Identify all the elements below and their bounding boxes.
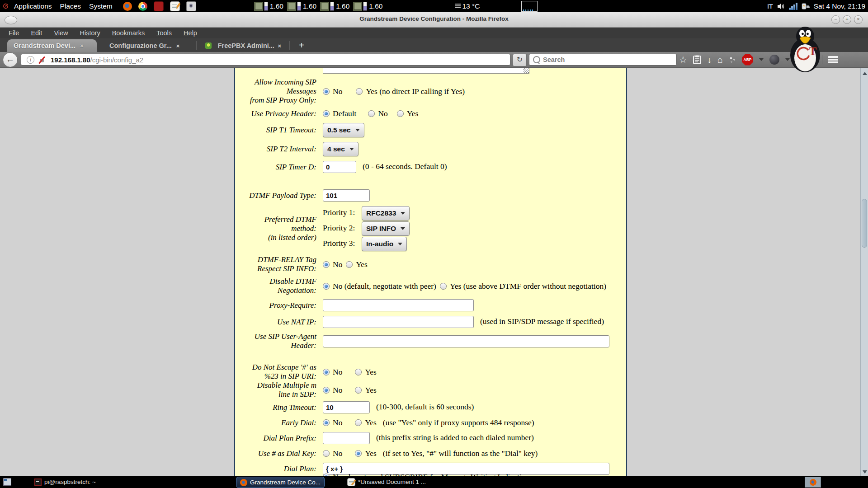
sip-timer-d-input[interactable]: 0 [323, 161, 356, 173]
radio-selected-icon[interactable] [323, 261, 330, 268]
allow-incoming-sip-messages-radio-option[interactable]: Yes (no direct IP calling if Yes) [356, 87, 465, 96]
scroll-down-arrow-icon[interactable] [863, 470, 867, 474]
early-dial-radio-option[interactable]: No [323, 418, 342, 427]
early-dial-radio-option[interactable]: Yes [355, 418, 376, 427]
clipboard-icon[interactable] [693, 55, 701, 64]
bookmark-star-icon[interactable]: ☆ [679, 55, 687, 64]
radio-selected-icon[interactable] [323, 387, 330, 394]
subscribe-for-mwi-radio-option[interactable]: No, do not send SUBSCRIBE for Message Wa… [323, 472, 529, 476]
textarea-bottom-edge[interactable] [323, 68, 529, 74]
radio-unselected-icon[interactable] [323, 450, 330, 457]
disable-multiple-m-line-radio-option[interactable]: Yes [355, 385, 376, 394]
cpu-frequency-applet[interactable]: 1.60 [288, 2, 316, 11]
applications-menu[interactable]: Applications [10, 2, 56, 10]
dtmf-relay-tag-radio-option[interactable]: Yes [346, 260, 367, 269]
preferred-dtmf-method-dropdown[interactable]: RFC2833 [362, 206, 410, 221]
close-button[interactable]: × [854, 15, 863, 24]
places-menu[interactable]: Places [56, 2, 85, 10]
use-privacy-header-radio-option[interactable]: Yes [397, 109, 418, 118]
disable-dtmf-negotiation-radio-option[interactable]: Yes (use above DTMF order without negoti… [440, 282, 606, 291]
new-tab-button[interactable]: + [295, 40, 308, 51]
scroll-up-arrow-icon[interactable] [863, 72, 867, 75]
cpu-frequency-applet[interactable]: 1.60 [321, 2, 349, 11]
radio-selected-icon[interactable] [355, 450, 362, 457]
scrollbar-thumb[interactable] [862, 199, 867, 248]
sip-user-agent-header-input[interactable] [323, 335, 609, 347]
tab-3[interactable]: FreePBX Admini...× [200, 39, 287, 52]
minimize-button[interactable]: − [831, 15, 840, 24]
taskbar-item[interactable]: pi@raspbstretch: ~ [31, 477, 99, 487]
radio-selected-icon[interactable] [323, 283, 330, 290]
radio-unselected-icon[interactable] [346, 261, 353, 268]
weather-applet[interactable]: 13 °C [455, 2, 480, 10]
chrome-launcher-icon[interactable] [138, 2, 147, 11]
home-icon[interactable]: ⌂ [717, 55, 723, 64]
radio-selected-icon[interactable] [323, 110, 330, 117]
insecure-connection-icon[interactable] [39, 56, 45, 63]
sip-t2-interval-dropdown[interactable]: 4 sec [323, 142, 359, 156]
cpu-frequency-applet[interactable]: 1.60 [255, 2, 283, 11]
cpu-frequency-applet[interactable]: 1.60 [354, 2, 382, 11]
preferred-dtmf-method-dropdown[interactable]: SIP INFO [362, 221, 410, 236]
ring-timeout-input[interactable]: 10 [323, 401, 370, 413]
chevron-down-icon[interactable] [759, 58, 764, 61]
use-pound-as-dial-key-radio-option[interactable]: No [323, 449, 342, 458]
camera-launcher-icon[interactable] [186, 1, 196, 11]
dtmf-payload-type-input[interactable]: 101 [323, 189, 370, 202]
tab-1[interactable]: Grandstream Devi...× [7, 39, 97, 52]
keyboard-layout-indicator[interactable]: IT [767, 3, 773, 10]
do-not-escape-pound-radio-option[interactable]: No [323, 367, 342, 376]
use-privacy-header-radio-option[interactable]: No [368, 109, 387, 118]
taskbar-item[interactable]: Grandstream Device Co... [236, 477, 325, 488]
radio-unselected-icon[interactable] [355, 369, 362, 375]
window-switcher-box[interactable] [805, 477, 821, 488]
do-not-escape-pound-radio-option[interactable]: Yes [355, 367, 376, 376]
search-input[interactable] [542, 56, 676, 64]
url-bar[interactable]: i 192.168.1.80/cgi-bin/config_a2 [21, 54, 510, 66]
globe-addon-icon[interactable] [769, 55, 779, 65]
notes-launcher-icon[interactable] [170, 1, 180, 11]
speaker-icon[interactable] [777, 3, 785, 10]
tab-close-icon[interactable]: × [175, 42, 185, 49]
radio-selected-icon[interactable] [323, 88, 330, 95]
taskbar-item[interactable]: *Unsaved Document 1 ... [344, 477, 429, 487]
radio-unselected-icon[interactable] [356, 88, 363, 95]
use-privacy-header-radio-option[interactable]: Default [323, 109, 356, 118]
menu-item-tools[interactable]: Tools [151, 29, 178, 37]
preferred-dtmf-method-dropdown[interactable]: In-audio [362, 237, 407, 251]
dtmf-relay-tag-radio-option[interactable]: No [323, 260, 342, 269]
network-signal-icon[interactable] [789, 2, 797, 10]
use-nat-ip-input[interactable] [323, 316, 474, 328]
sip-t1-timeout-dropdown[interactable]: 0.5 sec [323, 123, 364, 137]
clock[interactable]: Sat 4 Nov, 21:19 [814, 2, 865, 10]
download-icon[interactable]: ↓ [707, 55, 712, 64]
radio-unselected-icon[interactable] [355, 419, 362, 426]
search-bar[interactable] [529, 54, 677, 66]
dial-plan-prefix-input[interactable] [323, 432, 370, 444]
radio-unselected-icon[interactable] [440, 283, 447, 290]
system-menu[interactable]: System [85, 2, 117, 10]
adblock-icon[interactable]: ABP [742, 54, 753, 66]
tab-close-icon[interactable]: × [79, 42, 89, 49]
toolbox-launcher-icon[interactable] [154, 1, 164, 11]
maximize-button[interactable]: + [843, 15, 851, 24]
menu-item-view[interactable]: View [48, 29, 74, 37]
reload-button[interactable]: ↻ [513, 54, 527, 66]
radio-unselected-icon[interactable] [355, 387, 362, 394]
radio-unselected-icon[interactable] [368, 110, 375, 117]
dots-addon-icon[interactable] [729, 56, 736, 63]
menu-item-file[interactable]: File [3, 29, 25, 37]
tray-window-box[interactable] [521, 1, 538, 12]
tab-close-icon[interactable]: × [277, 42, 287, 49]
radio-selected-icon[interactable] [323, 419, 330, 426]
disable-dtmf-negotiation-radio-option[interactable]: No (default, negotiate with peer) [323, 282, 436, 291]
menu-item-help[interactable]: Help [178, 29, 203, 37]
use-pound-as-dial-key-radio-option[interactable]: Yes [355, 449, 376, 458]
proxy-require-input[interactable] [323, 299, 474, 311]
menu-item-bookmarks[interactable]: Bookmarks [106, 29, 151, 37]
tab-2[interactable]: Configurazione Gr...× [103, 39, 193, 52]
menu-item-edit[interactable]: Edit [25, 29, 48, 37]
back-button[interactable]: ← [3, 52, 18, 67]
vertical-scrollbar[interactable] [860, 68, 868, 476]
radio-unselected-icon[interactable] [397, 110, 404, 117]
